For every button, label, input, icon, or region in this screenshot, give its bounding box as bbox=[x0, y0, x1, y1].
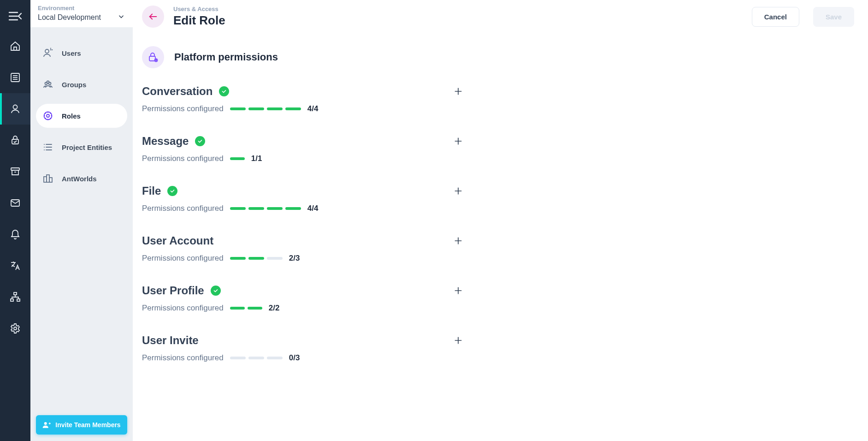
permission-name: File bbox=[142, 185, 161, 197]
expand-button[interactable] bbox=[452, 85, 465, 98]
svg-point-34 bbox=[44, 422, 47, 425]
progress-segment bbox=[267, 257, 283, 260]
progress-segment bbox=[230, 207, 246, 210]
expand-button[interactable] bbox=[452, 334, 465, 347]
svg-rect-12 bbox=[14, 292, 17, 295]
svg-rect-13 bbox=[11, 299, 13, 301]
svg-rect-29 bbox=[44, 177, 47, 182]
sidebar-item-icon bbox=[42, 173, 53, 184]
permission-config-row: Permissions configured0/3 bbox=[142, 353, 465, 363]
sidebar-item-project-entities[interactable]: Project Entities bbox=[36, 135, 127, 159]
section-title: Platform permissions bbox=[174, 51, 278, 63]
permission-count: 4/4 bbox=[307, 104, 319, 113]
permission-config-row: Permissions configured4/4 bbox=[142, 104, 465, 113]
app-logo[interactable] bbox=[8, 6, 22, 26]
permission-config-label: Permissions configured bbox=[142, 154, 224, 163]
expand-button[interactable] bbox=[452, 234, 465, 247]
permission-progress bbox=[230, 207, 301, 210]
sidebar-item-antworlds[interactable]: AntWorlds bbox=[36, 167, 127, 191]
permission-block: MessagePermissions configured1/1 bbox=[142, 135, 465, 163]
svg-rect-14 bbox=[17, 299, 20, 301]
svg-rect-30 bbox=[47, 175, 49, 182]
permission-config-label: Permissions configured bbox=[142, 254, 224, 263]
progress-segment bbox=[230, 357, 246, 359]
permission-header: Conversation bbox=[142, 85, 465, 98]
permission-name: User Account bbox=[142, 234, 213, 247]
rail-archive[interactable] bbox=[0, 156, 30, 187]
sidebar-nav: UsersGroupsRolesProject EntitiesAntWorld… bbox=[30, 27, 133, 415]
sidebar-item-roles[interactable]: Roles bbox=[36, 104, 127, 128]
sidebar-item-icon bbox=[42, 142, 53, 153]
permission-config-label: Permissions configured bbox=[142, 304, 224, 313]
invite-team-button[interactable]: Invite Team Members bbox=[36, 415, 127, 435]
permission-count: 1/1 bbox=[251, 154, 262, 163]
sidebar-item-icon bbox=[42, 110, 53, 121]
permission-count: 0/3 bbox=[289, 353, 300, 363]
rail-security[interactable] bbox=[0, 125, 30, 156]
permission-block: User AccountPermissions configured2/3 bbox=[142, 234, 465, 263]
progress-segment bbox=[230, 107, 246, 110]
sidebar-item-users[interactable]: Users bbox=[36, 41, 127, 65]
sidebar-item-icon bbox=[42, 79, 53, 90]
check-icon bbox=[219, 86, 229, 96]
permission-name: Conversation bbox=[142, 85, 213, 98]
progress-segment bbox=[230, 257, 246, 260]
arrow-left-icon bbox=[148, 12, 158, 22]
permission-name: User Invite bbox=[142, 334, 199, 347]
page-header: Users & Access Edit Role Cancel Save bbox=[142, 6, 854, 37]
permission-name: Message bbox=[142, 135, 189, 148]
svg-point-20 bbox=[47, 81, 49, 83]
permission-progress bbox=[230, 307, 262, 310]
back-button[interactable] bbox=[142, 6, 164, 28]
sidebar-item-icon bbox=[42, 48, 53, 59]
lock-user-icon bbox=[142, 46, 164, 68]
invite-team-label: Invite Team Members bbox=[55, 421, 120, 429]
rail-home[interactable] bbox=[0, 30, 30, 62]
progress-segment bbox=[285, 107, 301, 110]
permission-config-label: Permissions configured bbox=[142, 104, 224, 113]
permission-block: User ProfilePermissions configured2/2 bbox=[142, 284, 465, 313]
svg-rect-9 bbox=[11, 168, 19, 170]
sidebar-item-label: Roles bbox=[62, 112, 81, 120]
progress-segment bbox=[248, 307, 262, 310]
rail-users[interactable] bbox=[0, 93, 30, 125]
svg-point-17 bbox=[50, 49, 51, 50]
cancel-button[interactable]: Cancel bbox=[752, 7, 799, 27]
plus-icon bbox=[454, 137, 463, 146]
permission-config-row: Permissions configured2/2 bbox=[142, 304, 465, 313]
rail-notifications[interactable] bbox=[0, 219, 30, 250]
permission-name: User Profile bbox=[142, 284, 204, 297]
progress-segment bbox=[267, 107, 283, 110]
expand-button[interactable] bbox=[452, 135, 465, 148]
progress-segment bbox=[248, 357, 264, 359]
sidebar-item-groups[interactable]: Groups bbox=[36, 72, 127, 96]
page-title: Edit Role bbox=[173, 13, 225, 28]
svg-rect-31 bbox=[49, 178, 52, 182]
rail-list[interactable] bbox=[0, 62, 30, 93]
svg-point-16 bbox=[45, 49, 49, 53]
rail-workflow[interactable] bbox=[0, 281, 30, 313]
plus-icon bbox=[454, 236, 463, 245]
environment-selector[interactable]: Environment Local Development bbox=[30, 0, 133, 27]
svg-point-28 bbox=[44, 149, 45, 150]
progress-segment bbox=[230, 157, 245, 160]
rail-mail[interactable] bbox=[0, 187, 30, 219]
expand-button[interactable] bbox=[452, 284, 465, 297]
progress-segment bbox=[248, 207, 264, 210]
rail-settings[interactable] bbox=[0, 313, 30, 344]
plus-icon bbox=[454, 87, 463, 96]
chevron-down-icon bbox=[117, 12, 125, 21]
permission-header: User Invite bbox=[142, 334, 465, 347]
permission-progress bbox=[230, 157, 245, 160]
icon-rail bbox=[0, 0, 30, 441]
rail-translate[interactable] bbox=[0, 250, 30, 281]
permission-config-row: Permissions configured4/4 bbox=[142, 204, 465, 213]
check-icon bbox=[167, 186, 177, 196]
permission-header: Message bbox=[142, 135, 465, 148]
sidebar: Environment Local Development UsersGroup… bbox=[30, 0, 133, 441]
permission-progress bbox=[230, 357, 283, 359]
permission-count: 2/3 bbox=[289, 254, 300, 263]
plus-icon bbox=[454, 336, 463, 345]
permission-header: User Profile bbox=[142, 284, 465, 297]
expand-button[interactable] bbox=[452, 185, 465, 197]
